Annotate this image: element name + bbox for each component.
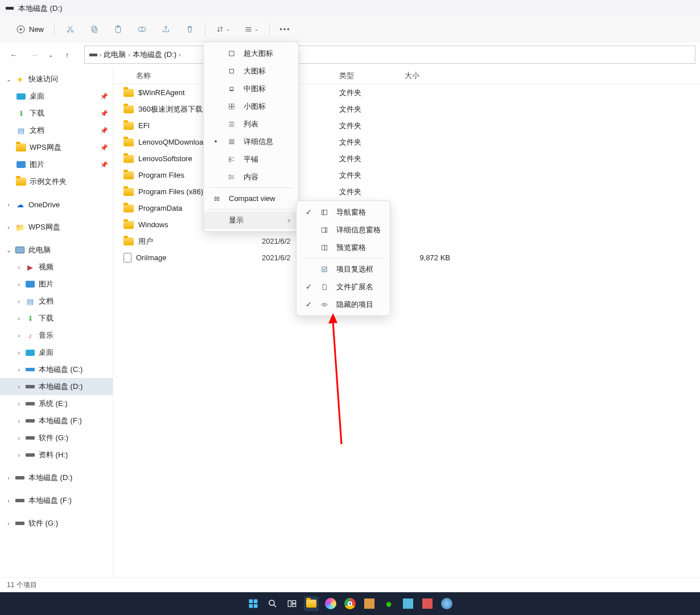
column-type[interactable]: 类型 xyxy=(339,71,405,81)
rename-button[interactable] xyxy=(130,19,154,39)
sidebar-item[interactable]: ▤文档 xyxy=(0,293,113,310)
file-row[interactable]: 用户2021/6/2 xyxy=(113,233,700,249)
menu-item[interactable]: ✓导航窗格 xyxy=(297,203,390,221)
back-button[interactable]: ← xyxy=(5,46,23,64)
file-row[interactable]: $WinREAgent2:15文件夹 xyxy=(113,84,700,101)
sidebar-onedrive[interactable]: ☁OneDrive xyxy=(0,196,113,213)
folder-icon xyxy=(123,89,134,97)
copy-button[interactable] xyxy=(82,19,106,39)
app-icon[interactable] xyxy=(401,596,415,611)
chevron-right-icon[interactable]: › xyxy=(100,52,101,58)
folder-icon xyxy=(123,138,134,146)
sidebar-item[interactable]: 本地磁盘 (F:) xyxy=(0,492,113,509)
menu-item[interactable]: 项目复选框 xyxy=(297,260,390,278)
recent-button[interactable]: ⌄ xyxy=(46,46,56,64)
sidebar-item[interactable]: 本地磁盘 (C:) xyxy=(0,361,113,378)
app-icon[interactable] xyxy=(362,596,377,611)
wechat-icon[interactable]: ● xyxy=(381,596,396,611)
sidebar-item[interactable]: 本地磁盘 (D:) xyxy=(0,469,113,486)
view-button[interactable]: ⌄ xyxy=(237,19,266,39)
more-button[interactable]: ••• xyxy=(273,19,297,39)
sidebar-item[interactable]: 系统 (E:) xyxy=(0,395,113,412)
file-row[interactable]: OriImage2021/6/29,872 KB xyxy=(113,249,700,266)
svg-rect-21 xyxy=(232,104,234,106)
svg-rect-8 xyxy=(93,27,97,32)
folder-icon xyxy=(123,237,134,245)
sidebar-this-pc[interactable]: 此电脑 xyxy=(0,241,113,259)
sidebar-item[interactable]: ▤文档📌 xyxy=(0,122,113,139)
search-button[interactable] xyxy=(265,596,280,611)
sidebar-item[interactable]: 本地磁盘 (D:) xyxy=(0,378,113,395)
menu-item[interactable]: ✓隐藏的项目 xyxy=(297,296,390,313)
cut-button[interactable] xyxy=(58,19,82,39)
file-row[interactable]: EFI6 17:18文件夹 xyxy=(113,117,700,134)
app-icon[interactable] xyxy=(439,596,454,611)
menu-show[interactable]: 显示› xyxy=(204,211,298,229)
paste-button[interactable] xyxy=(106,19,130,39)
app-icon[interactable] xyxy=(420,596,435,611)
file-row[interactable]: Windows2021/4/ xyxy=(113,216,700,233)
sidebar-item[interactable]: ⬇下载 xyxy=(0,310,113,327)
file-row[interactable]: 360极速浏览器下载3 17:26文件夹 xyxy=(113,101,700,117)
sidebar-item[interactable]: WPS网盘📌 xyxy=(0,139,113,156)
show-submenu: ✓导航窗格详细信息窗格预览窗格项目复选框✓文件扩展名✓隐藏的项目 xyxy=(296,200,390,316)
chevron-right-icon[interactable]: › xyxy=(128,52,130,58)
app-icon[interactable] xyxy=(323,596,338,611)
sidebar-wps[interactable]: 📁WPS网盘 xyxy=(0,219,113,236)
svg-rect-44 xyxy=(325,245,327,249)
sidebar-item[interactable]: 本地磁盘 (F:) xyxy=(0,412,113,429)
disk-icon xyxy=(89,54,97,56)
menu-item[interactable]: 详细信息窗格 xyxy=(297,221,390,239)
up-button[interactable]: ↑ xyxy=(58,46,76,64)
chevron-right-icon[interactable]: › xyxy=(179,52,180,58)
delete-button[interactable] xyxy=(178,19,201,39)
sidebar-item[interactable]: ▶视频 xyxy=(0,259,113,276)
forward-button[interactable]: → xyxy=(25,46,43,64)
menu-item[interactable]: 小图标 xyxy=(204,97,298,115)
menu-item[interactable]: 大图标 xyxy=(204,62,298,80)
file-row[interactable]: Program Files (x86)6 15:00文件夹 xyxy=(113,183,700,200)
svg-rect-20 xyxy=(229,104,231,106)
titlebar: 本地磁盘 (D:) xyxy=(0,0,700,17)
sidebar-item[interactable]: ⬇下载📌 xyxy=(0,105,113,122)
svg-rect-49 xyxy=(249,604,253,608)
menu-item[interactable]: ✓文件扩展名 xyxy=(297,278,390,296)
menu-item[interactable]: 列表 xyxy=(204,115,298,133)
sidebar-item[interactable]: 图片📌 xyxy=(0,156,113,173)
menu-item[interactable]: •详细信息 xyxy=(204,133,298,150)
share-icon xyxy=(161,24,171,34)
sidebar-item[interactable]: ♪音乐 xyxy=(0,327,113,344)
sidebar-quick-access[interactable]: ★快速访问 xyxy=(0,71,113,88)
column-size[interactable]: 大小 xyxy=(405,71,462,81)
file-row[interactable]: ProgramData xyxy=(113,200,700,216)
sidebar-item[interactable]: 桌面 xyxy=(0,344,113,361)
address-bar[interactable]: › 此电脑 › 本地磁盘 (D:) › xyxy=(84,46,695,64)
sidebar-item[interactable]: 桌面📌 xyxy=(0,88,113,105)
chrome-icon[interactable] xyxy=(343,596,357,611)
sidebar-item[interactable]: 软件 (G:) xyxy=(0,515,113,532)
file-row[interactable]: Program Files2:41文件夹 xyxy=(113,167,700,183)
menu-item[interactable]: 内容 xyxy=(204,168,298,186)
menu-separator xyxy=(301,258,385,259)
breadcrumb-disk-d[interactable]: 本地磁盘 (D:) xyxy=(133,50,176,60)
start-button[interactable] xyxy=(246,596,261,611)
menu-item[interactable]: 中图标 xyxy=(204,80,298,97)
menu-compact-view[interactable]: Compact view xyxy=(204,190,298,207)
taskview-button[interactable] xyxy=(285,596,299,611)
menu-item[interactable]: 平铺 xyxy=(204,150,298,168)
sort-button[interactable]: ⌄ xyxy=(209,19,237,39)
sidebar-item[interactable]: 示例文件夹 xyxy=(0,173,113,190)
explorer-taskbar[interactable] xyxy=(304,596,319,611)
file-row[interactable]: LenovoQMDownload6 19:40文件夹 xyxy=(113,134,700,150)
folder-icon xyxy=(123,188,134,196)
sidebar-item[interactable]: 图片 xyxy=(0,276,113,293)
new-button[interactable]: New xyxy=(9,19,51,39)
sidebar-item[interactable]: 资料 (H:) xyxy=(0,446,113,464)
menu-item[interactable]: 超大图标 xyxy=(204,44,298,62)
share-button[interactable] xyxy=(154,19,178,39)
menu-item[interactable]: 预览窗格 xyxy=(297,239,390,256)
sidebar-item[interactable]: 软件 (G:) xyxy=(0,429,113,446)
menu-separator xyxy=(208,187,294,188)
file-row[interactable]: LenovoSoftstore6 23:31文件夹 xyxy=(113,150,700,167)
breadcrumb-thispc[interactable]: 此电脑 xyxy=(104,50,126,60)
